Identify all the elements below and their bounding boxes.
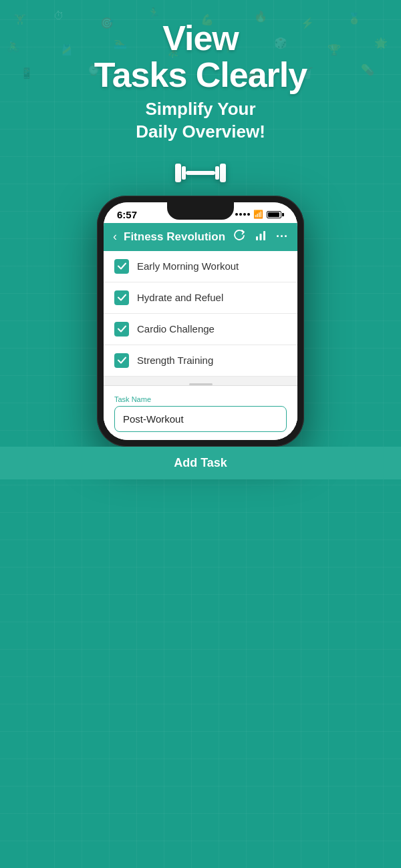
chart-icon[interactable] [255, 230, 267, 244]
nav-back-button[interactable]: ‹ [113, 230, 117, 244]
svg-rect-6 [259, 234, 261, 240]
svg-rect-5 [256, 236, 258, 240]
battery-icon [267, 211, 284, 218]
dumbbell-icon [0, 158, 401, 190]
drag-handle[interactable] [189, 383, 213, 385]
nav-title: Fitness Revolution [124, 230, 227, 244]
task-item[interactable]: Early Morning Workout [104, 251, 297, 282]
header-section: View Tasks Clearly Simplify Your Daily O… [0, 0, 401, 150]
task-list: Early Morning Workout Hydrate and Refuel… [104, 251, 297, 440]
svg-rect-1 [182, 166, 186, 180]
refresh-icon[interactable] [233, 230, 245, 244]
status-bar: 6:57 📶 [104, 202, 297, 223]
svg-rect-3 [215, 166, 219, 180]
nav-icons: ··· [233, 230, 288, 244]
task-checkbox-1[interactable] [114, 259, 129, 274]
notch [167, 202, 234, 220]
add-task-banner[interactable]: Add Task [0, 447, 401, 479]
add-task-section: Task Name [104, 385, 297, 440]
task-label-4: Strength Training [137, 355, 213, 366]
task-item-2[interactable]: Hydrate and Refuel [104, 282, 297, 314]
task-label-2: Hydrate and Refuel [137, 292, 223, 303]
nav-bar: ‹ Fitness Revolution [104, 223, 297, 251]
status-icons: 📶 [235, 210, 284, 219]
svg-rect-7 [263, 231, 265, 240]
task-checkbox-4[interactable] [114, 353, 129, 368]
svg-rect-4 [220, 164, 226, 182]
header-title: View Tasks Clearly [0, 20, 401, 93]
phone-mockup: 6:57 📶 [0, 196, 401, 447]
task-name-label: Task Name [114, 395, 287, 403]
phone-inner: 6:57 📶 [104, 202, 297, 440]
header-subtitle: Simplify Your Daily Overview! [0, 98, 401, 144]
task-item-4[interactable]: Strength Training [104, 345, 297, 377]
status-time: 6:57 [117, 209, 137, 220]
task-label-3: Cardio Challenge [137, 323, 215, 335]
task-checkbox-2[interactable] [114, 290, 129, 305]
svg-rect-0 [175, 164, 181, 182]
signal-dots [235, 213, 250, 216]
task-checkbox-3[interactable] [114, 322, 129, 337]
task-label-1: Early Morning Workout [137, 260, 239, 272]
task-item-3[interactable]: Cardio Challenge [104, 314, 297, 345]
task-name-input[interactable] [114, 406, 287, 432]
more-icon[interactable]: ··· [276, 230, 288, 244]
svg-rect-2 [186, 171, 215, 175]
phone-outer: 6:57 📶 [97, 196, 304, 447]
add-task-button-label: Add Task [174, 456, 227, 469]
wifi-icon: 📶 [253, 210, 263, 219]
